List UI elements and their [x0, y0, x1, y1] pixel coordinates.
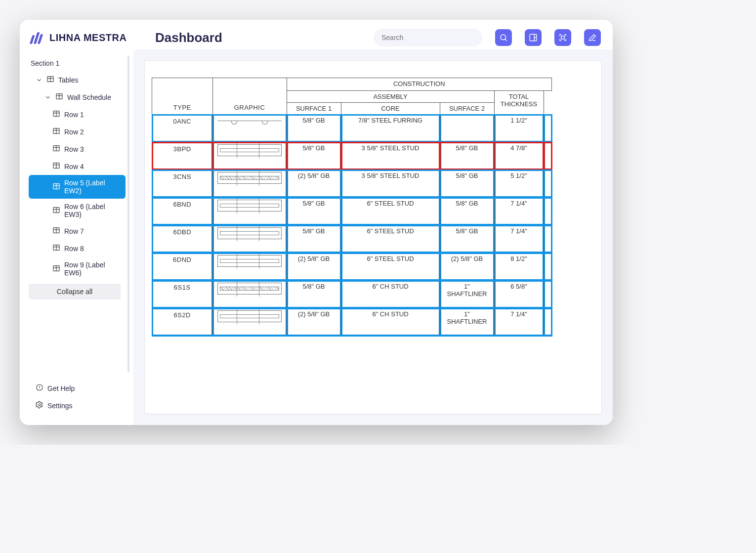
section-label: Section 1: [31, 59, 59, 67]
select-button[interactable]: [554, 29, 571, 46]
cell-graphic: [212, 253, 287, 281]
wall-schedule-label: Wall Schedule: [67, 93, 111, 101]
cell-surface1: 5/8" GB: [287, 281, 341, 308]
cell-extra: [544, 281, 552, 308]
chevron-down-icon: [36, 77, 42, 84]
sidebar-tables-node[interactable]: Tables: [29, 71, 126, 88]
cell-extra: [544, 115, 552, 142]
wall-graphic-icon: [217, 310, 282, 322]
cell-graphic: [212, 198, 287, 225]
cell-surface1: 5/8" GB: [287, 115, 341, 142]
table-icon: [52, 182, 60, 192]
cell-total-thickness: 6 5/8": [494, 281, 544, 308]
cell-type: 0ANC: [152, 115, 213, 142]
logo-icon: [30, 31, 46, 44]
edit-button[interactable]: [584, 29, 601, 46]
sidebar-row-item[interactable]: Row 9 (Label EW6): [29, 257, 126, 281]
col-graphic: GRAPHIC: [212, 78, 287, 115]
search-icon: [499, 33, 508, 42]
wall-schedule-table: TYPE GRAPHIC CONSTRUCTION ASSEMBLY TOTAL…: [152, 78, 552, 336]
sidebar-row-label: Row 6 (Label EW3): [64, 203, 122, 218]
page-title: Dashboard: [155, 30, 222, 45]
settings-label: Settings: [47, 402, 73, 410]
sidebar-row-label: Row 2: [64, 128, 84, 136]
cell-surface2: [440, 115, 494, 142]
cell-total-thickness: 7 1/4": [494, 198, 544, 225]
sidebar-row-label: Row 8: [64, 245, 84, 253]
cell-surface1: (2) 5/8" GB: [287, 308, 341, 336]
col-total-thickness: TOTAL THICKNESS: [494, 91, 544, 115]
cell-extra: [544, 142, 552, 170]
search-button[interactable]: [495, 29, 512, 46]
cell-type: 3CNS: [152, 170, 213, 198]
sidebar-wall-schedule-node[interactable]: Wall Schedule: [29, 88, 126, 106]
cell-extra: [544, 308, 552, 336]
cell-core: 6" CH STUD: [341, 281, 440, 308]
table-row[interactable]: 3BPD 5/8" GB 3 5/8" STEEL STUD 5/8" GB 4…: [152, 142, 552, 170]
search-input[interactable]: [381, 34, 474, 42]
sidebar-row-item[interactable]: Row 6 (Label EW3): [29, 199, 126, 222]
wall-graphic-icon: [217, 227, 282, 239]
svg-point-42: [39, 404, 41, 406]
cell-extra: [544, 225, 552, 253]
sidebar-row-item[interactable]: Row 1: [29, 106, 126, 123]
cell-core: 6" STEEL STUD: [341, 253, 440, 281]
sidebar-row-item[interactable]: Row 3: [29, 140, 126, 158]
document-canvas[interactable]: TYPE GRAPHIC CONSTRUCTION ASSEMBLY TOTAL…: [144, 60, 602, 414]
col-type: TYPE: [152, 78, 213, 115]
cell-surface2: 1" SHAFTLINER: [440, 308, 494, 336]
wall-graphic-icon: [217, 283, 282, 295]
cell-total-thickness: 8 1/2": [494, 253, 544, 281]
sidebar-row-item[interactable]: Row 5 (Label EW2): [29, 175, 126, 199]
sidebar-row-item[interactable]: Row 7: [29, 222, 126, 240]
sidebar-row-item[interactable]: Row 8: [29, 240, 126, 257]
brand-name: LIHNA MESTRA: [49, 32, 126, 43]
wall-graphic-icon: [217, 200, 282, 212]
cell-extra: [544, 198, 552, 225]
table-row[interactable]: 6DND (2) 5/8" GB 6" STEEL STUD (2) 5/8" …: [152, 253, 552, 281]
table-icon: [55, 92, 63, 102]
wall-graphic-icon: [217, 144, 282, 156]
edit-icon: [588, 33, 597, 42]
chevron-down-icon: [44, 94, 51, 101]
cell-surface1: 5/8" GB: [287, 198, 341, 225]
cell-type: 6DBD: [152, 225, 213, 253]
wall-graphic-icon: [217, 121, 282, 126]
cell-extra: [544, 170, 552, 198]
search-box[interactable]: [374, 29, 482, 46]
cell-total-thickness: 7 1/4": [494, 308, 544, 336]
wall-graphic-icon: [217, 255, 282, 267]
cell-type: 6S1S: [152, 281, 213, 308]
cell-core: 6" STEEL STUD: [341, 225, 440, 253]
topbar: LIHNA MESTRA Dashboard: [20, 20, 613, 49]
cell-total-thickness: 4 7/8": [494, 142, 544, 170]
table-row[interactable]: 6S1S 5/8" GB 6" CH STUD 1" SHAFTLINER 6 …: [152, 281, 552, 308]
panel-button[interactable]: [525, 29, 542, 46]
table-row[interactable]: 3CNS (2) 5/8" GB 3 5/8" STEEL STUD 5/8" …: [152, 170, 552, 198]
sidebar-row-item[interactable]: Row 4: [29, 158, 126, 175]
collapse-all-button[interactable]: Collapse all: [29, 284, 121, 299]
cell-graphic: [212, 308, 287, 336]
table-row[interactable]: 6BND 5/8" GB 6" STEEL STUD 5/8" GB 7 1/4…: [152, 198, 552, 225]
settings-link[interactable]: Settings: [32, 397, 127, 414]
wall-graphic-icon: [217, 172, 282, 184]
table-icon: [46, 75, 54, 85]
col-assembly: ASSEMBLY: [287, 91, 494, 103]
cell-type: 6BND: [152, 198, 213, 225]
table-row[interactable]: 6DBD 5/8" GB 6" STEEL STUD 5/8" GB 7 1/4…: [152, 225, 552, 253]
table-row[interactable]: 6S2D (2) 5/8" GB 6" CH STUD 1" SHAFTLINE…: [152, 308, 552, 336]
cell-core: 3 5/8" STEEL STUD: [341, 142, 440, 170]
get-help-link[interactable]: Get Help: [32, 380, 127, 397]
cell-surface2: (2) 5/8" GB: [440, 253, 494, 281]
cell-extra: [544, 253, 552, 281]
table-row[interactable]: 0ANC 5/8" GB 7/8" STEEL FURRING 1 1/2": [152, 115, 552, 142]
cell-surface2: 1" SHAFTLINER: [440, 281, 494, 308]
cell-total-thickness: 1 1/2": [494, 115, 544, 142]
cell-graphic: [212, 115, 287, 142]
select-icon: [558, 33, 567, 42]
sidebar-row-item[interactable]: Row 2: [29, 123, 126, 140]
sidebar-section-1[interactable]: Section 1: [29, 55, 126, 71]
table-icon: [52, 127, 60, 136]
cell-type: 6DND: [152, 253, 213, 281]
cell-type: 3BPD: [152, 142, 213, 170]
